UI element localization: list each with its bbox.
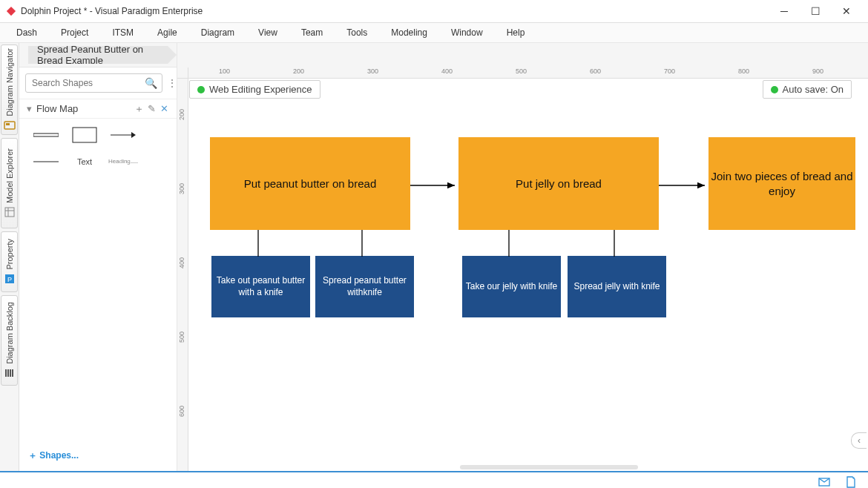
backlog-icon	[4, 367, 16, 379]
svg-rect-7	[7, 369, 9, 377]
svg-marker-13	[131, 132, 136, 138]
horizontal-scrollbar[interactable]	[460, 465, 638, 469]
status-bar	[0, 471, 868, 488]
palette-panel: Spread Peanut Butter on Bread Example 🔍 …	[19, 43, 177, 471]
canvas-area: + 100 200 300 400 500 600 700 800 900 20…	[177, 43, 868, 471]
svg-rect-9	[12, 369, 13, 377]
ruler-corner	[177, 67, 188, 79]
menu-project[interactable]: Project	[59, 24, 90, 41]
shapes-link[interactable]: ＋ Shapes...	[28, 450, 79, 461]
diagram-navigator-icon	[4, 119, 16, 131]
svg-rect-6	[5, 369, 7, 377]
side-tab-label: Model Explorer	[5, 148, 14, 203]
search-options-icon[interactable]: ⋮	[167, 77, 177, 89]
status-dot-icon	[771, 86, 778, 93]
minimize-button[interactable]: ─	[769, 0, 800, 22]
side-tab-property[interactable]: Property P	[1, 231, 18, 292]
close-button[interactable]: ✕	[831, 0, 862, 22]
edit-icon[interactable]: ✎	[146, 103, 157, 114]
collapse-right-panel-button[interactable]: ‹	[851, 432, 867, 449]
line-connector[interactable]	[257, 230, 260, 257]
shape-bar-icon[interactable]	[31, 126, 61, 144]
mail-icon[interactable]	[818, 476, 830, 488]
svg-rect-11	[73, 128, 96, 142]
search-field[interactable]	[30, 77, 145, 89]
diagram-canvas[interactable]: Put peanut butter on bread Put jelly on …	[188, 78, 868, 471]
close-icon[interactable]: ✕	[159, 103, 169, 114]
flow-substep[interactable]: Take out peanut butter with a knife	[211, 256, 310, 317]
menu-dash[interactable]: Dash	[15, 24, 39, 41]
menu-window[interactable]: Window	[450, 24, 484, 41]
arrow-connector[interactable]	[659, 182, 709, 189]
svg-rect-28	[852, 477, 855, 479]
palette-items: Text Heading	[19, 119, 177, 178]
title-bar: Dolphin Project * - Visual Paradigm Ente…	[0, 0, 868, 23]
side-tab-strip: Diagram Navigator Model Explorer Propert…	[0, 43, 19, 471]
menu-itsm[interactable]: ITSM	[111, 24, 135, 41]
menu-help[interactable]: Help	[505, 24, 527, 41]
menu-view[interactable]: View	[257, 24, 279, 41]
palette-section-header[interactable]: ▾ Flow Map ＋ ✎ ✕	[19, 99, 177, 119]
svg-rect-2	[6, 123, 10, 125]
menu-team[interactable]: Team	[300, 24, 324, 41]
menu-bar: Dash Project ITSM Agile Diagram View Tea…	[0, 23, 868, 43]
side-tab-diagram-navigator[interactable]: Diagram Navigator	[1, 44, 18, 135]
svg-rect-3	[5, 208, 14, 217]
side-tab-label: Diagram Navigator	[5, 48, 14, 116]
model-explorer-icon	[4, 206, 16, 218]
side-tab-model-explorer[interactable]: Model Explorer	[1, 138, 18, 228]
svg-rect-8	[10, 369, 11, 377]
shape-line-icon[interactable]	[31, 153, 61, 171]
menu-diagram[interactable]: Diagram	[200, 24, 236, 41]
menu-agile[interactable]: Agile	[156, 24, 179, 41]
shape-arrow-icon[interactable]	[108, 126, 138, 144]
svg-text:P: P	[7, 276, 11, 283]
flow-step[interactable]: Join two pieces of bread and enjoy	[708, 137, 855, 230]
shape-heading-icon[interactable]: Heading	[108, 153, 138, 171]
ruler-vertical: 200 300 400 500 600	[177, 78, 188, 471]
add-icon[interactable]: ＋	[134, 102, 144, 116]
editing-status: Web Editing Experience	[189, 80, 320, 99]
status-dot-icon	[197, 86, 205, 93]
shape-text-icon[interactable]: Text	[70, 153, 99, 171]
app-logo-icon	[6, 6, 16, 16]
side-tab-diagram-backlog[interactable]: Diagram Backlog	[1, 295, 18, 386]
svg-rect-10	[33, 133, 59, 136]
line-connector[interactable]	[361, 230, 364, 257]
breadcrumb[interactable]: Spread Peanut Butter on Bread Example	[28, 46, 177, 64]
window-title: Dolphin Project * - Visual Paradigm Ente…	[21, 6, 769, 16]
flow-substep[interactable]: Take our jelly with knife	[462, 256, 561, 317]
flow-substep[interactable]: Spread jelly with knife	[568, 256, 666, 317]
ruler-horizontal: 100 200 300 400 500 600 700 800 900	[188, 67, 868, 79]
autosave-status: Auto save: On	[763, 80, 852, 99]
side-tab-label: Diagram Backlog	[5, 302, 14, 364]
svg-marker-0	[7, 7, 16, 16]
shape-rect-icon[interactable]	[70, 126, 99, 144]
maximize-button[interactable]: ☐	[800, 0, 831, 22]
document-icon[interactable]	[845, 476, 857, 488]
line-connector[interactable]	[613, 230, 616, 257]
flow-substep[interactable]: Spread peanut butter withknife	[315, 256, 414, 317]
search-icon[interactable]: 🔍	[145, 77, 157, 89]
property-icon: P	[4, 273, 16, 285]
flow-step[interactable]: Put jelly on bread	[458, 137, 659, 230]
line-connector[interactable]	[507, 230, 510, 257]
palette-section-title: Flow Map	[36, 103, 131, 114]
breadcrumb-bar: Spread Peanut Butter on Bread Example	[19, 43, 177, 67]
arrow-connector[interactable]	[410, 182, 459, 189]
menu-tools[interactable]: Tools	[345, 24, 369, 41]
flow-step[interactable]: Put peanut butter on bread	[210, 137, 410, 230]
side-tab-label: Property	[5, 239, 14, 270]
menu-modeling[interactable]: Modeling	[389, 24, 429, 41]
expand-icon: ▾	[27, 103, 32, 114]
search-input[interactable]: 🔍	[25, 73, 162, 93]
